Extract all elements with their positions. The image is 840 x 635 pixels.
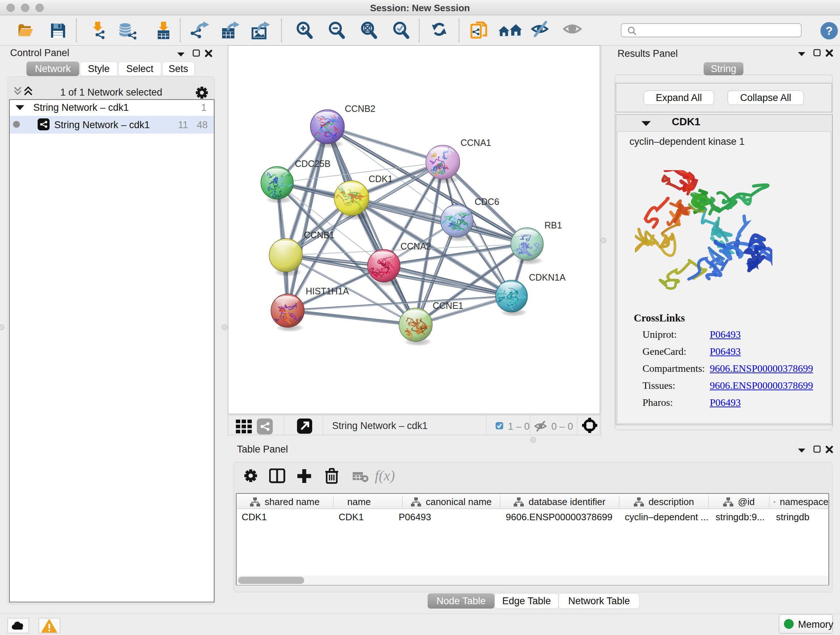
svg-text:CCNB2: CCNB2	[345, 103, 376, 114]
svg-text:CCNA1: CCNA1	[461, 138, 491, 148]
svg-text:RB1: RB1	[545, 220, 562, 230]
svg-text:CDK1: CDK1	[369, 174, 393, 184]
svg-text:HIST1H1A: HIST1H1A	[306, 286, 349, 296]
svg-text:CDKN1A: CDKN1A	[529, 272, 566, 282]
svg-text:CDC25B: CDC25B	[295, 158, 331, 169]
svg-text:CCNB1: CCNB1	[304, 230, 335, 240]
svg-text:?: ?	[826, 24, 833, 37]
svg-text:CDC6: CDC6	[475, 196, 499, 207]
svg-text:CCNA2: CCNA2	[401, 241, 431, 251]
svg-text:CCNE1: CCNE1	[433, 301, 463, 310]
